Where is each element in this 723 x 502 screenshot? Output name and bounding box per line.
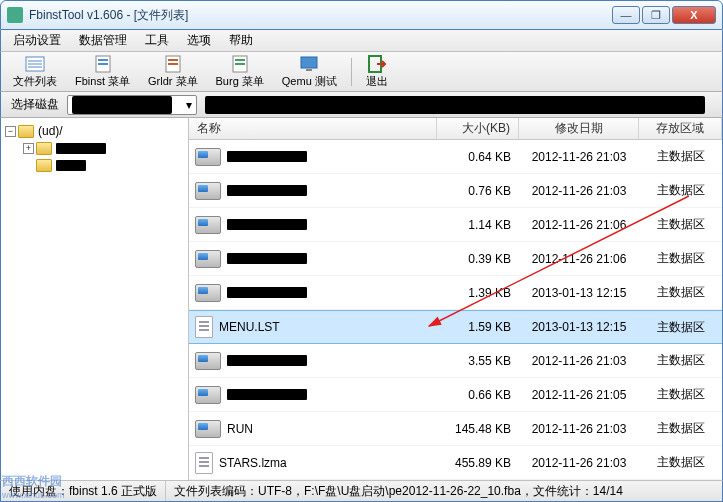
tool-filelist[interactable]: 文件列表	[7, 53, 63, 91]
toolbar-separator	[351, 58, 352, 86]
file-store: 主数据区	[639, 386, 722, 403]
file-date: 2013-01-13 12:15	[519, 286, 639, 300]
tool-exit[interactable]: 退出	[360, 53, 394, 91]
table-row[interactable]: RUN145.48 KB2012-11-26 21:03主数据区	[189, 412, 722, 446]
drive-icon	[195, 420, 221, 438]
tree-child-2[interactable]	[21, 157, 186, 174]
file-date: 2012-11-26 21:03	[519, 184, 639, 198]
table-row[interactable]: 1.39 KB2013-01-13 12:15主数据区	[189, 276, 722, 310]
column-date[interactable]: 修改日期	[519, 118, 639, 139]
content-area: − (ud)/ + 名称 大小(KB) 修改日期 存放区域 0.64 KB201…	[0, 118, 723, 480]
menu-options[interactable]: 选项	[179, 30, 219, 51]
document-icon	[163, 55, 183, 73]
menu-data[interactable]: 数据管理	[71, 30, 135, 51]
disk-redacted-extra	[205, 96, 705, 114]
tool-fbinst[interactable]: Fbinst 菜单	[69, 53, 136, 91]
svg-rect-12	[235, 63, 245, 65]
column-name[interactable]: 名称	[189, 118, 437, 139]
file-list: 名称 大小(KB) 修改日期 存放区域 0.64 KB2012-11-26 21…	[189, 118, 722, 480]
table-row[interactable]: MENU.LST1.59 KB2013-01-13 12:15主数据区	[189, 310, 722, 344]
drive-icon	[195, 352, 221, 370]
list-icon	[25, 55, 45, 73]
redacted-name	[227, 355, 307, 366]
disk-label: 选择磁盘	[11, 96, 59, 113]
svg-rect-9	[168, 63, 178, 65]
tree-collapse-icon[interactable]: −	[5, 126, 16, 137]
column-size[interactable]: 大小(KB)	[437, 118, 519, 139]
file-name: MENU.LST	[219, 320, 280, 334]
tree-redacted-label	[56, 143, 106, 154]
file-size: 0.39 KB	[437, 252, 519, 266]
status-segment-1: 使用内盘：fbinst 1.6 正式版	[1, 481, 166, 501]
table-row[interactable]: 0.66 KB2012-11-26 21:05主数据区	[189, 378, 722, 412]
drive-icon	[195, 182, 221, 200]
titlebar: FbinstTool v1.606 - [文件列表] — ❐ X	[0, 0, 723, 30]
chevron-down-icon: ▾	[186, 98, 192, 112]
tool-qemu[interactable]: Qemu 测试	[276, 53, 343, 91]
file-date: 2012-11-26 21:06	[519, 252, 639, 266]
tree-redacted-label	[56, 160, 86, 171]
table-row[interactable]: STARS.lzma455.89 KB2012-11-26 21:03主数据区	[189, 446, 722, 480]
redacted-name	[227, 219, 307, 230]
menu-tools[interactable]: 工具	[137, 30, 177, 51]
table-row[interactable]: 0.64 KB2012-11-26 21:03主数据区	[189, 140, 722, 174]
file-date: 2012-11-26 21:05	[519, 388, 639, 402]
file-date: 2013-01-13 12:15	[519, 320, 639, 334]
file-size: 145.48 KB	[437, 422, 519, 436]
close-button[interactable]: X	[672, 6, 716, 24]
table-row[interactable]: 0.76 KB2012-11-26 21:03主数据区	[189, 174, 722, 208]
file-size: 0.76 KB	[437, 184, 519, 198]
redacted-name	[227, 389, 307, 400]
file-store: 主数据区	[639, 250, 722, 267]
file-store: 主数据区	[639, 319, 722, 336]
tree-root-label: (ud)/	[38, 124, 63, 138]
monitor-icon	[299, 55, 319, 73]
list-body[interactable]: 0.64 KB2012-11-26 21:03主数据区0.76 KB2012-1…	[189, 140, 722, 480]
file-store: 主数据区	[639, 284, 722, 301]
file-store: 主数据区	[639, 148, 722, 165]
tool-grldr-label: Grldr 菜单	[148, 74, 198, 89]
svg-rect-14	[306, 69, 312, 71]
file-size: 0.64 KB	[437, 150, 519, 164]
drive-icon	[195, 386, 221, 404]
redacted-name	[227, 185, 307, 196]
file-name: RUN	[227, 422, 253, 436]
tool-grldr[interactable]: Grldr 菜单	[142, 53, 204, 91]
drive-icon	[195, 284, 221, 302]
file-size: 0.66 KB	[437, 388, 519, 402]
file-size: 455.89 KB	[437, 456, 519, 470]
minimize-button[interactable]: —	[612, 6, 640, 24]
file-date: 2012-11-26 21:06	[519, 218, 639, 232]
file-store: 主数据区	[639, 352, 722, 369]
menu-help[interactable]: 帮助	[221, 30, 261, 51]
menu-start[interactable]: 启动设置	[5, 30, 69, 51]
status-segment-2: 文件列表编码：UTF-8，F:\F盘\U盘启动\pe2012-11-26-22_…	[166, 481, 722, 501]
window-controls: — ❐ X	[612, 6, 716, 24]
tree-child-1[interactable]: +	[21, 140, 186, 157]
svg-rect-11	[235, 59, 245, 61]
folder-tree[interactable]: − (ud)/ +	[1, 118, 189, 480]
toolbar: 文件列表 Fbinst 菜单 Grldr 菜单 Burg 菜单 Qemu 测试 …	[0, 52, 723, 92]
table-row[interactable]: 1.14 KB2012-11-26 21:06主数据区	[189, 208, 722, 242]
window-title: FbinstTool v1.606 - [文件列表]	[29, 7, 612, 24]
drive-icon	[195, 148, 221, 166]
tool-exit-label: 退出	[366, 74, 388, 89]
redacted-name	[227, 253, 307, 264]
folder-icon	[18, 125, 34, 138]
maximize-button[interactable]: ❐	[642, 6, 670, 24]
document-icon	[195, 452, 213, 474]
app-icon	[7, 7, 23, 23]
column-store[interactable]: 存放区域	[639, 118, 722, 139]
disk-selector-row: 选择磁盘 ▾	[0, 92, 723, 118]
tool-burg[interactable]: Burg 菜单	[210, 53, 270, 91]
tree-expand-icon[interactable]: +	[23, 143, 34, 154]
file-store: 主数据区	[639, 216, 722, 233]
disk-select[interactable]: ▾	[67, 95, 197, 115]
tool-fbinst-label: Fbinst 菜单	[75, 74, 130, 89]
file-size: 3.55 KB	[437, 354, 519, 368]
tool-burg-label: Burg 菜单	[216, 74, 264, 89]
file-store: 主数据区	[639, 420, 722, 437]
table-row[interactable]: 0.39 KB2012-11-26 21:06主数据区	[189, 242, 722, 276]
tree-root[interactable]: − (ud)/	[3, 122, 186, 140]
table-row[interactable]: 3.55 KB2012-11-26 21:03主数据区	[189, 344, 722, 378]
